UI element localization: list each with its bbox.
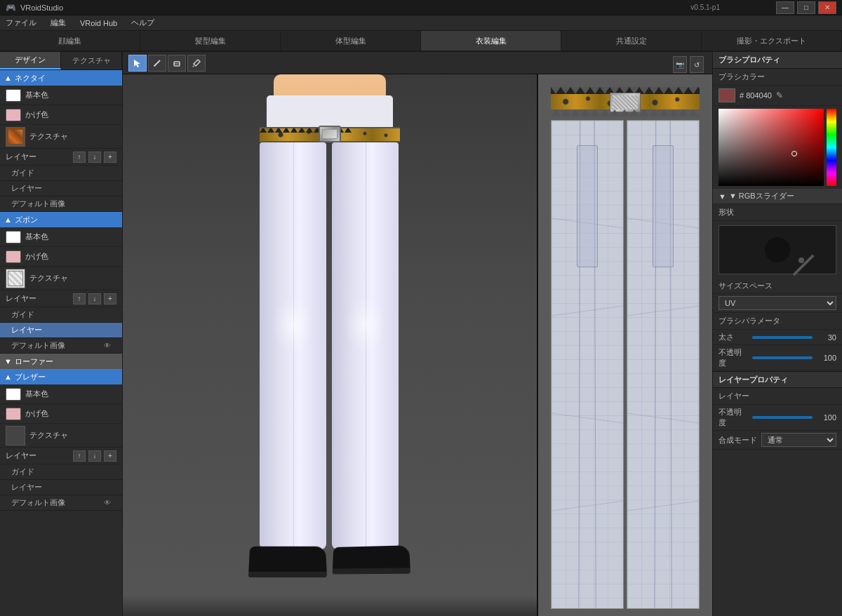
necktie-layer-layer[interactable]: レイヤー <box>0 181 122 196</box>
necktie-layer-guide[interactable]: ガイド <box>0 166 122 181</box>
necktie-layer-add[interactable]: + <box>104 152 116 163</box>
blazer-base-color-swatch[interactable] <box>6 388 21 401</box>
brush-shape-area[interactable] <box>719 225 836 274</box>
necktie-layer-down[interactable]: ↓ <box>88 152 101 163</box>
titlebar: 🎮 VRoidStudio v0.5.1-p1 — □ ✕ <box>0 0 842 15</box>
left-scroll-area[interactable]: ▲ ネクタイ 基本色 かげ色 テクスチャ レイヤー ↑ ↓ + <box>0 70 122 616</box>
size-space-select[interactable]: UV ワールド <box>719 296 836 310</box>
zubon-layer-up[interactable]: ↑ <box>73 293 86 304</box>
size-slider-track[interactable] <box>752 336 813 339</box>
svg-marker-0 <box>134 60 140 67</box>
uv-panel-right-front <box>627 120 700 609</box>
size-slider-row: 太さ 30 <box>713 330 842 345</box>
blazer-layer-add[interactable]: + <box>104 450 116 462</box>
blend-mode-select[interactable]: 通常 乗算 スクリーン <box>761 433 836 447</box>
blend-mode-row: 合成モード 通常 乗算 スクリーン <box>713 431 842 450</box>
rgb-slider-section[interactable]: ▼ ▼ RGBスライダー <box>713 189 842 204</box>
blazer-layer-up[interactable]: ↑ <box>73 450 86 462</box>
tab-common-settings[interactable]: 共通設定 <box>561 31 702 51</box>
zubon-eye-icon[interactable]: 👁 <box>104 342 111 349</box>
zubon-layer-selected[interactable]: レイヤー <box>0 323 122 338</box>
rgb-slider-label: ▼ RGBスライダー <box>729 191 794 201</box>
color-gradient-picker[interactable] <box>719 109 836 186</box>
section-loafer[interactable]: ▼ ローファー <box>0 354 122 369</box>
necktie-base-color-swatch[interactable] <box>6 89 21 102</box>
zubon-layer-guide[interactable]: ガイド <box>0 307 122 323</box>
necktie-shadow-color-swatch[interactable] <box>6 109 21 121</box>
section-blazer[interactable]: ▲ ブレザー <box>0 369 122 384</box>
menu-vroid-hub[interactable]: VRoid Hub <box>77 19 120 27</box>
blazer-layer-controls: レイヤー ↑ ↓ + <box>0 448 122 464</box>
necktie-texture-label: テクスチャ <box>29 131 68 142</box>
version-label: v0.5.1-p1 <box>690 4 720 11</box>
tab-face-edit[interactable]: 顔編集 <box>0 31 140 51</box>
maximize-button[interactable]: □ <box>797 1 815 14</box>
tab-body-edit[interactable]: 体型編集 <box>281 31 421 51</box>
opacity-slider-row: 不透明度 100 <box>713 345 842 371</box>
zubon-base-color-label: 基本色 <box>25 232 48 242</box>
reset-icon[interactable]: ↺ <box>690 56 704 73</box>
brush-properties-title: ブラシプロパティ <box>713 52 842 69</box>
necktie-texture-thumb[interactable] <box>6 127 25 147</box>
necktie-layer-up[interactable]: ↑ <box>73 152 86 163</box>
necktie-layer-default[interactable]: デフォルト画像 <box>0 196 122 212</box>
blazer-shadow-color-swatch[interactable] <box>6 408 21 420</box>
zubon-default-image-text: デフォルト画像 <box>11 340 65 351</box>
tool-dropper[interactable] <box>187 55 206 72</box>
uv-spikes-bottom <box>551 109 700 116</box>
blazer-layer-guide[interactable]: ガイド <box>0 464 122 480</box>
gradient-area[interactable] <box>719 109 824 186</box>
app-icon: 🎮 <box>6 3 16 13</box>
blazer-label: ブレザー <box>15 372 46 382</box>
menu-help[interactable]: ヘルプ <box>128 18 157 28</box>
shape-label-row: 形状 <box>713 204 842 221</box>
eraser-icon <box>172 58 182 68</box>
zubon-texture-thumb[interactable] <box>6 269 25 288</box>
menu-file[interactable]: ファイル <box>3 18 39 28</box>
necktie-base-color-label: 基本色 <box>25 90 48 100</box>
model-view[interactable] <box>123 74 537 616</box>
minimize-button[interactable]: — <box>776 1 794 14</box>
blazer-texture-thumb[interactable] <box>6 426 25 446</box>
tab-costume-edit[interactable]: 衣装編集 <box>421 31 561 51</box>
svg-line-17 <box>627 306 699 316</box>
layer-opacity-value: 100 <box>817 413 836 422</box>
color-swatch[interactable] <box>719 88 735 102</box>
zubon-label: ズボン <box>15 215 38 225</box>
svg-line-10 <box>552 306 623 316</box>
zubon-shadow-color-swatch[interactable] <box>6 250 21 263</box>
tool-cursor[interactable] <box>128 55 147 72</box>
tab-hair-edit[interactable]: 髪型編集 <box>140 31 281 51</box>
zubon-layer-add[interactable]: + <box>104 293 116 304</box>
main-content: デザイン テクスチャ ▲ ネクタイ 基本色 かげ色 テクスチャ <box>0 52 842 616</box>
layer-label-row: レイヤー <box>713 388 842 405</box>
section-zubon[interactable]: ▲ ズボン <box>0 212 122 227</box>
section-necktie[interactable]: ▲ ネクタイ <box>0 70 122 86</box>
tool-pencil[interactable] <box>148 55 166 72</box>
left-leg <box>260 142 326 549</box>
opacity-slider-track[interactable] <box>752 356 813 359</box>
camera-icon[interactable]: 📷 <box>673 56 687 73</box>
blazer-layer-down[interactable]: ↓ <box>88 450 101 462</box>
blazer-layer-layer[interactable]: レイヤー <box>0 480 122 495</box>
right-shoe <box>333 545 411 574</box>
blazer-layer-default[interactable]: デフォルト画像 👁 <box>0 495 122 511</box>
tool-eraser[interactable] <box>168 55 186 72</box>
menu-edit[interactable]: 編集 <box>48 18 69 28</box>
eyedropper-icon[interactable]: ✎ <box>776 91 783 100</box>
tab-design[interactable]: デザイン <box>0 52 61 69</box>
layer-opacity-slider[interactable] <box>752 416 813 419</box>
uv-view[interactable] <box>538 74 712 616</box>
tab-photo-export[interactable]: 撮影・エクスポート <box>702 31 842 51</box>
zubon-base-color-swatch[interactable] <box>6 231 21 243</box>
uv-pocket-right <box>653 145 674 267</box>
tab-texture[interactable]: テクスチャ <box>61 52 122 69</box>
floor-shadow <box>123 595 537 616</box>
close-button[interactable]: ✕ <box>818 1 836 14</box>
blazer-eye-icon[interactable]: 👁 <box>104 499 111 507</box>
zubon-texture-row: テクスチャ <box>0 267 122 290</box>
toolbar-row: 📷 ↺ <box>123 52 712 74</box>
hue-bar[interactable] <box>827 109 836 186</box>
zubon-layer-default[interactable]: デフォルト画像 👁 <box>0 338 122 354</box>
zubon-layer-down[interactable]: ↓ <box>88 293 101 304</box>
